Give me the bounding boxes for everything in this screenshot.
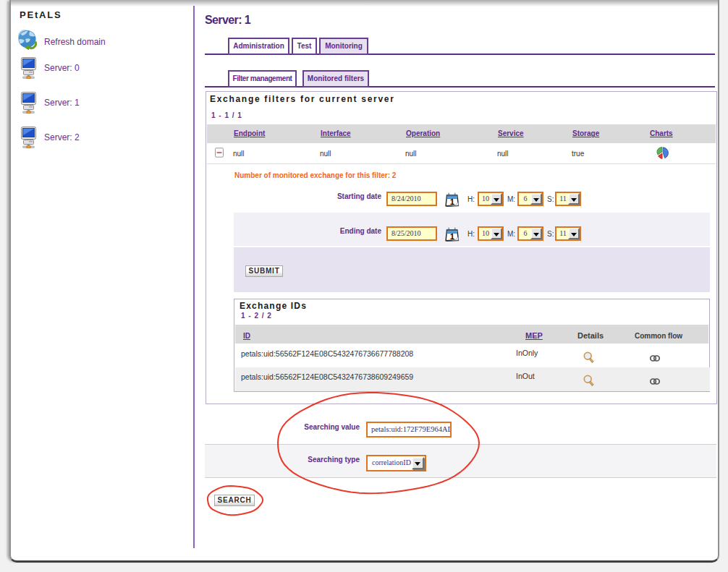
- svg-text:1: 1: [450, 232, 454, 241]
- svg-text:1: 1: [450, 197, 454, 206]
